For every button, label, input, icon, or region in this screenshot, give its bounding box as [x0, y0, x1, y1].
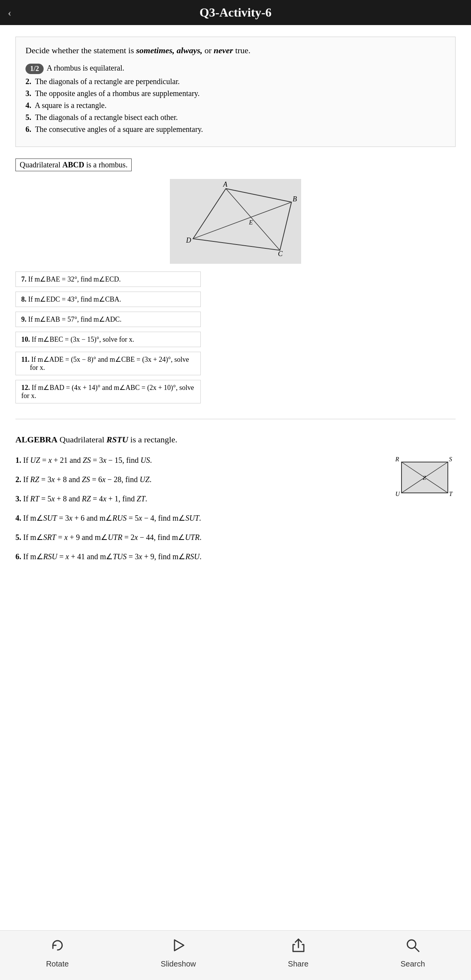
svg-text:Z: Z: [423, 475, 426, 481]
svg-text:E: E: [249, 219, 253, 226]
section1-title-never: never: [214, 46, 233, 55]
rhombus-diagram-container: A B C D E: [15, 179, 456, 264]
problems-grid: 7. If m∠BAE = 32°, find m∠ECD. 8. If m∠E…: [15, 272, 456, 403]
problem-num: 1.: [15, 456, 21, 464]
problem-item: 7. If m∠BAE = 32°, find m∠ECD.: [15, 272, 201, 287]
list-item: 4. A square is a rectangle.: [25, 101, 446, 110]
problem-text: If RZ = 3x + 8 and ZS = 6x − 28, find UZ…: [23, 475, 151, 484]
section3-container: ALGEBRA Quadrilateral RSTU is a rectangl…: [15, 435, 456, 570]
toolbar: Rotate Slideshow Share Search: [0, 930, 471, 980]
item-3-text: The opposite angles of a rhombus are sup…: [35, 89, 200, 98]
slideshow-button[interactable]: Slideshow: [161, 938, 196, 968]
section3-title-prefix: ALGEBRA Quadrilateral: [15, 435, 107, 444]
section2-title-text: Quadrilateral ABCD is a rhombus.: [20, 160, 127, 169]
algebra-content: 1. If UZ = x + 21 and ZS = 3x − 15, find…: [15, 454, 456, 570]
problem-item: 11. If m∠ADE = (5x − 8)° and m∠CBE = (3x…: [15, 352, 201, 375]
problem-num: 10.: [21, 336, 30, 343]
search-button[interactable]: Search: [400, 938, 425, 968]
page-badge: 1/2: [25, 64, 44, 74]
problem-item: 9. If m∠EAB = 57°, find m∠ADC.: [15, 312, 201, 327]
section1-title-sometimes: sometimes, always,: [136, 46, 203, 55]
item-5-text: The diagonals of a rectangle bisect each…: [35, 113, 178, 121]
list-item: 2. The diagonals of a rectangle are perp…: [25, 77, 446, 86]
problem-item: 8. If m∠EDC = 43°, find m∠CBA.: [15, 292, 201, 307]
rotate-label: Rotate: [46, 960, 69, 968]
list-item: 1/2 A rhombus is equilateral.: [25, 64, 446, 74]
rhombus-box: A B C D E: [170, 179, 301, 264]
svg-text:R: R: [395, 456, 399, 462]
section1-container: Decide whether the statement is sometime…: [15, 37, 456, 147]
list-item: 5. The diagonals of a rectangle bisect e…: [25, 113, 446, 122]
problem-num: 12.: [21, 384, 30, 391]
svg-text:U: U: [395, 491, 400, 497]
section1-title: Decide whether the statement is sometime…: [25, 45, 446, 57]
problem-text: If RT = 5x + 8 and RZ = 4x + 1, find ZT.: [23, 494, 147, 503]
algebra-problem: 2. If RZ = 3x + 8 and ZS = 6x − 28, find…: [15, 474, 386, 485]
item-num: 6.: [25, 125, 31, 133]
problem-text: If m∠SUT = 3x + 6 and m∠RUS = 5x − 4, fi…: [23, 514, 201, 522]
problem-text: If m∠EAB = 57°, find m∠ADC.: [28, 315, 122, 323]
back-button[interactable]: ‹: [8, 7, 11, 19]
list-item: 6. The consecutive angles of a square ar…: [25, 125, 446, 134]
problem-num: 11.: [21, 356, 30, 363]
problem-item: 12. If m∠BAD = (4x + 14)° and m∠ABC = (2…: [15, 380, 201, 403]
item-num: 2.: [25, 77, 31, 86]
algebra-problem: 4. If m∠SUT = 3x + 6 and m∠RUS = 5x − 4,…: [15, 512, 386, 524]
section2-container: Quadrilateral ABCD is a rhombus.: [15, 159, 456, 403]
algebra-problem: 5. If m∠SRT = x + 9 and m∠UTR = 2x − 44,…: [15, 531, 386, 543]
svg-marker-17: [175, 940, 184, 951]
share-label: Share: [288, 960, 308, 968]
search-icon: [405, 938, 420, 956]
problem-num: 2.: [15, 475, 21, 484]
problem-text: If m∠BEC = (3x − 15)°, solve for x.: [32, 336, 134, 343]
share-button[interactable]: Share: [288, 938, 308, 968]
section3-title-suffix: is a rectangle.: [128, 435, 177, 444]
svg-text:A: A: [223, 180, 228, 188]
separator: [15, 419, 456, 419]
item-num: 3.: [25, 89, 31, 98]
algebra-problem: 1. If UZ = x + 21 and ZS = 3x − 15, find…: [15, 454, 386, 466]
list-item: 3. The opposite angles of a rhombus are …: [25, 89, 446, 98]
svg-text:T: T: [449, 491, 453, 497]
problem-num: 9.: [21, 315, 27, 323]
header: ‹ Q3-Activity-6: [0, 0, 471, 25]
svg-text:D: D: [186, 236, 191, 244]
svg-text:B: B: [293, 195, 297, 203]
section3-title-rstu: RSTU: [107, 435, 128, 444]
item-1-text: A rhombus is equilateral.: [47, 64, 124, 72]
item-2-text: The diagonals of a rectangle are perpend…: [35, 77, 180, 86]
problem-text: If m∠SRT = x + 9 and m∠UTR = 2x − 44, fi…: [23, 533, 202, 541]
svg-text:C: C: [278, 250, 283, 258]
main-content: Decide whether the statement is sometime…: [0, 25, 471, 663]
play-icon: [171, 938, 186, 956]
problem-text: If m∠EDC = 43°, find m∠CBA.: [28, 295, 121, 303]
problem-text: If m∠ADE = (5x − 8)° and m∠CBE = (3x + 2…: [21, 356, 189, 371]
section1-title-or: or: [202, 46, 213, 55]
problem-text: If m∠RSU = x + 41 and m∠TUS = 3x + 9, fi…: [23, 552, 202, 561]
statements-list: 1/2 A rhombus is equilateral. 2. The dia…: [25, 64, 446, 134]
slideshow-label: Slideshow: [161, 960, 196, 968]
rectangle-svg: R S T U Z: [394, 454, 456, 501]
section3-title: ALGEBRA Quadrilateral RSTU is a rectangl…: [15, 435, 456, 445]
rotate-icon: [50, 938, 65, 956]
item-num: 4.: [25, 101, 31, 110]
problem-text: If m∠BAE = 32°, find m∠ECD.: [28, 275, 121, 283]
section2-title: Quadrilateral ABCD is a rhombus.: [15, 159, 132, 171]
section1-title-plain: Decide whether the statement is: [25, 46, 136, 55]
rectangle-diagram: R S T U Z: [394, 454, 456, 502]
svg-line-19: [415, 947, 419, 951]
problem-num: 4.: [15, 514, 21, 522]
problem-text: If UZ = x + 21 and ZS = 3x − 15, find US…: [23, 456, 152, 464]
problem-num: 3.: [15, 494, 21, 503]
header-title: Q3-Activity-6: [200, 5, 272, 20]
item-6-text: The consecutive angles of a square are s…: [35, 125, 203, 133]
problem-num: 5.: [15, 533, 21, 541]
problem-num: 6.: [15, 552, 21, 561]
rotate-button[interactable]: Rotate: [46, 938, 69, 968]
share-icon: [291, 938, 306, 956]
section1-title-end: true.: [233, 46, 251, 55]
problem-num: 7.: [21, 275, 27, 283]
problem-text: If m∠BAD = (4x + 14)° and m∠ABC = (2x + …: [21, 384, 194, 400]
rhombus-svg: A B C D E: [170, 179, 301, 264]
algebra-problem: 6. If m∠RSU = x + 41 and m∠TUS = 3x + 9,…: [15, 551, 386, 562]
